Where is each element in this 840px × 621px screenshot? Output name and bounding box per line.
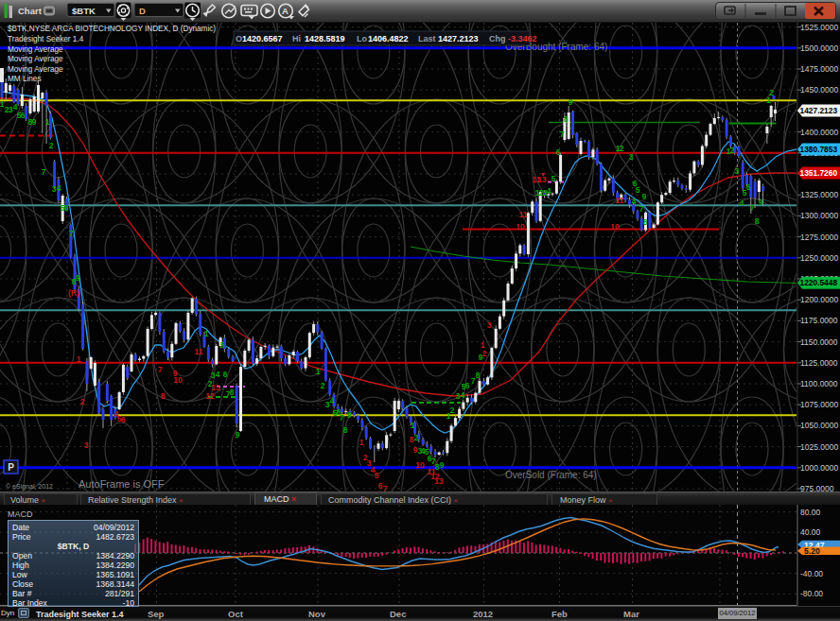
svg-text:8: 8 bbox=[755, 216, 760, 226]
svg-text:9: 9 bbox=[759, 198, 763, 207]
svg-text:3: 3 bbox=[735, 166, 740, 176]
svg-text:Chg: Chg bbox=[489, 34, 506, 43]
svg-text:9: 9 bbox=[32, 117, 37, 127]
svg-text:2: 2 bbox=[620, 144, 624, 153]
svg-text:1380.7853: 1380.7853 bbox=[800, 145, 838, 154]
svg-text:Moving Average: Moving Average bbox=[8, 45, 63, 54]
svg-text:4: 4 bbox=[461, 390, 465, 400]
svg-text:8: 8 bbox=[410, 435, 414, 444]
svg-text:7: 7 bbox=[69, 229, 74, 238]
svg-text:1: 1 bbox=[359, 438, 364, 447]
svg-text:9: 9 bbox=[569, 97, 573, 107]
svg-text:4: 4 bbox=[57, 183, 61, 193]
svg-text:7: 7 bbox=[750, 203, 755, 213]
svg-text:10: 10 bbox=[415, 460, 425, 470]
svg-text:3: 3 bbox=[487, 320, 492, 330]
svg-text:3: 3 bbox=[629, 152, 634, 162]
svg-text:1100.0000: 1100.0000 bbox=[800, 379, 838, 388]
svg-text:1400.0000: 1400.0000 bbox=[800, 128, 838, 137]
svg-text:2: 2 bbox=[49, 141, 54, 150]
svg-text:-3.3462: -3.3462 bbox=[508, 34, 537, 43]
svg-text:8: 8 bbox=[230, 388, 235, 397]
svg-text:6: 6 bbox=[746, 182, 751, 192]
svg-text:7: 7 bbox=[42, 167, 46, 177]
svg-text:1525.0000: 1525.0000 bbox=[800, 23, 838, 32]
svg-text:1075.0000: 1075.0000 bbox=[800, 400, 838, 409]
svg-text:1220.5448: 1220.5448 bbox=[800, 278, 838, 287]
svg-text:Lo: Lo bbox=[357, 34, 367, 43]
svg-text:7: 7 bbox=[340, 413, 344, 423]
svg-text:5: 5 bbox=[551, 174, 556, 183]
svg-text:1000.0000: 1000.0000 bbox=[800, 463, 838, 473]
svg-text:O: O bbox=[236, 34, 242, 43]
svg-text:10: 10 bbox=[173, 375, 183, 385]
svg-text:1475.0000: 1475.0000 bbox=[800, 64, 838, 74]
svg-text:1450.0000: 1450.0000 bbox=[800, 85, 838, 95]
svg-text:© eSignal, 2012: © eSignal, 2012 bbox=[6, 483, 53, 491]
svg-text:1: 1 bbox=[411, 421, 415, 430]
svg-text:1325.0000: 1325.0000 bbox=[800, 190, 838, 199]
svg-text:4: 4 bbox=[547, 186, 551, 196]
svg-text:7: 7 bbox=[560, 129, 565, 139]
svg-text:9: 9 bbox=[440, 460, 445, 470]
svg-text:8: 8 bbox=[343, 425, 348, 435]
svg-text:5: 5 bbox=[220, 340, 225, 350]
svg-text:1: 1 bbox=[77, 354, 81, 364]
svg-text:MACD: MACD bbox=[8, 509, 33, 519]
svg-text:11: 11 bbox=[195, 347, 203, 356]
svg-text:(R): (R) bbox=[68, 288, 79, 298]
svg-text:1300.0000: 1300.0000 bbox=[800, 211, 838, 220]
svg-text:1427.2123: 1427.2123 bbox=[800, 106, 838, 115]
svg-text:40.00: 40.00 bbox=[800, 527, 821, 537]
svg-text:1150.0000: 1150.0000 bbox=[800, 337, 838, 347]
svg-text:1406.4822: 1406.4822 bbox=[368, 34, 409, 43]
svg-text:3: 3 bbox=[84, 440, 89, 450]
svg-text:6: 6 bbox=[21, 111, 26, 120]
svg-text:AutoFrame is OFF: AutoFrame is OFF bbox=[79, 478, 165, 490]
svg-text:D: D bbox=[139, 6, 146, 16]
svg-text:Chart: Chart bbox=[18, 6, 43, 16]
svg-text:7: 7 bbox=[383, 484, 388, 492]
svg-text:13: 13 bbox=[211, 383, 220, 392]
svg-text:6: 6 bbox=[465, 381, 470, 390]
svg-text:9: 9 bbox=[347, 410, 352, 420]
svg-text:1: 1 bbox=[45, 117, 50, 127]
svg-text:6: 6 bbox=[223, 370, 228, 379]
svg-text:1427.2123: 1427.2123 bbox=[438, 34, 479, 43]
svg-text:$BTK,NYSE ARCA BIOTECHNOLOGY I: $BTK,NYSE ARCA BIOTECHNOLOGY INDEX, D (D… bbox=[8, 25, 216, 33]
svg-text:1200.0000: 1200.0000 bbox=[800, 295, 838, 304]
svg-text:6: 6 bbox=[64, 203, 69, 213]
svg-text:8: 8 bbox=[564, 114, 569, 124]
svg-text:▼: ▼ bbox=[540, 171, 547, 178]
svg-text:1125.0000: 1125.0000 bbox=[800, 358, 838, 368]
svg-text:1428.5819: 1428.5819 bbox=[305, 34, 345, 43]
svg-text:1500.0000: 1500.0000 bbox=[800, 43, 838, 53]
svg-text:8: 8 bbox=[643, 217, 648, 227]
svg-text:11: 11 bbox=[616, 196, 624, 205]
svg-text:4: 4 bbox=[216, 370, 220, 379]
svg-text:7: 7 bbox=[639, 204, 644, 214]
svg-text:1250.0000: 1250.0000 bbox=[800, 253, 838, 263]
svg-text:8: 8 bbox=[476, 371, 481, 380]
svg-text:OverSold (Frame: 64): OverSold (Frame: 64) bbox=[505, 470, 597, 480]
svg-text:MM Lines: MM Lines bbox=[8, 75, 42, 83]
svg-text:6: 6 bbox=[633, 179, 638, 188]
svg-text:4: 4 bbox=[632, 197, 637, 206]
svg-text:8: 8 bbox=[161, 391, 166, 401]
svg-text:4: 4 bbox=[330, 396, 335, 405]
svg-text:1050.0000: 1050.0000 bbox=[800, 421, 838, 430]
svg-text:2: 2 bbox=[450, 405, 455, 415]
svg-text:Moving Average: Moving Average bbox=[8, 65, 63, 74]
svg-text:4: 4 bbox=[740, 198, 744, 208]
svg-text:10: 10 bbox=[610, 222, 620, 232]
svg-text:9: 9 bbox=[413, 445, 418, 455]
svg-text:7: 7 bbox=[158, 365, 163, 374]
svg-text:Hi: Hi bbox=[292, 34, 301, 43]
svg-text:1: 1 bbox=[316, 367, 321, 376]
svg-text:P: P bbox=[8, 462, 14, 473]
svg-text:6: 6 bbox=[556, 147, 561, 157]
svg-text:Moving Average: Moving Average bbox=[8, 55, 63, 63]
svg-text:5: 5 bbox=[375, 471, 379, 480]
svg-text:2: 2 bbox=[321, 381, 325, 390]
svg-text:11: 11 bbox=[519, 210, 528, 219]
